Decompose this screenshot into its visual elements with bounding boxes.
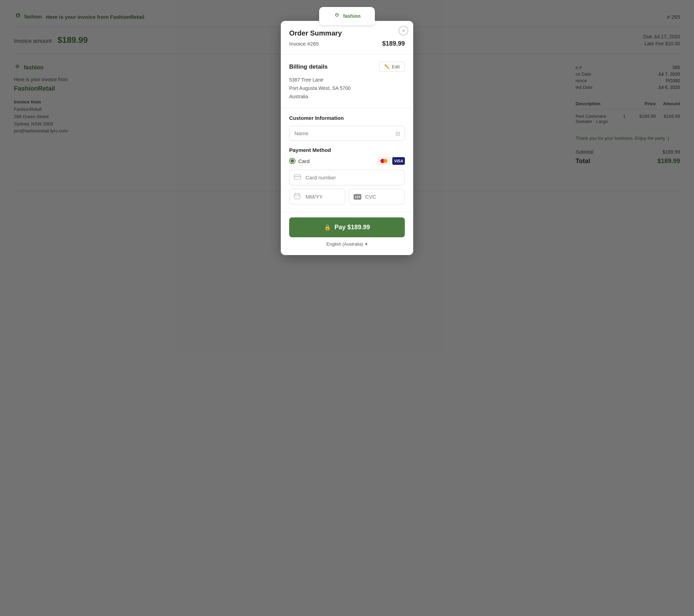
modal-logo-text: fashion xyxy=(343,13,361,19)
mastercard-logo xyxy=(378,157,390,165)
billing-address: 5387 Tree Lane Port Augusta West, SA 570… xyxy=(289,76,405,101)
calendar-svg-icon xyxy=(294,193,300,199)
svg-rect-8 xyxy=(294,194,300,199)
pay-button-label: Pay $189.99 xyxy=(334,224,370,231)
cvc-icon: 123 xyxy=(354,194,361,200)
modal-stack: fashion × Order Summary Invoice #265 $18… xyxy=(281,7,413,255)
chevron-down-icon: ▾ xyxy=(365,241,368,247)
billing-section: Billing details ✏️ Edit 5387 Tree Lane P… xyxy=(281,55,413,108)
edit-label: Edit xyxy=(392,64,400,69)
payment-method-label: Payment Method xyxy=(289,147,405,153)
billing-address-line2: Port Augusta West, SA 5700 xyxy=(289,84,405,93)
cvc-wrapper: 123 xyxy=(349,189,405,205)
calendar-icon xyxy=(294,193,300,201)
card-number-input[interactable] xyxy=(289,170,405,185)
card-logos: VISA xyxy=(378,157,405,165)
order-summary-row: Invoice #265 $189.99 xyxy=(289,40,405,47)
billing-title: Billing details xyxy=(289,63,328,70)
customer-section: Customer Information ⊟ Payment Method Ca… xyxy=(281,108,413,212)
payment-option-row: Card xyxy=(289,157,405,165)
modal-language-label: English (Australia) xyxy=(326,241,363,247)
card-row-inputs: 123 xyxy=(289,189,405,205)
main-modal: × Order Summary Invoice #265 $189.99 Bil… xyxy=(281,21,413,255)
visa-logo: VISA xyxy=(392,157,405,165)
lock-icon: 🔒 xyxy=(324,224,331,231)
modal-logo: fashion xyxy=(333,13,361,20)
id-card-icon: ⊟ xyxy=(395,130,400,137)
svg-rect-7 xyxy=(294,176,301,177)
card-payment-label: Card xyxy=(298,158,310,164)
credit-card-icon xyxy=(294,175,301,179)
card-number-wrapper xyxy=(289,170,405,185)
modal-logo-icon xyxy=(333,13,340,20)
pay-section: 🔒 Pay $189.99 English (Australia) ▾ xyxy=(281,212,413,255)
close-icon: × xyxy=(402,28,405,33)
modal-logo-card: fashion xyxy=(319,7,375,25)
order-summary-amount: $189.99 xyxy=(382,40,405,47)
pay-button[interactable]: 🔒 Pay $189.99 xyxy=(289,217,405,237)
billing-address-line1: 5387 Tree Lane xyxy=(289,76,405,84)
close-button[interactable]: × xyxy=(399,26,408,36)
order-invoice-label: Invoice #265 xyxy=(289,41,319,47)
name-input[interactable] xyxy=(289,126,405,141)
billing-header: Billing details ✏️ Edit xyxy=(289,62,405,72)
order-summary-section: Order Summary Invoice #265 $189.99 xyxy=(281,21,413,55)
mastercard-icon xyxy=(378,157,390,165)
radio-dot-inner xyxy=(291,159,294,163)
billing-address-line3: Australia xyxy=(289,93,405,101)
customer-info-title: Customer Information xyxy=(289,115,405,121)
payment-option-left[interactable]: Card xyxy=(289,158,310,164)
pencil-icon: ✏️ xyxy=(384,64,390,69)
edit-button[interactable]: ✏️ Edit xyxy=(379,62,405,72)
order-summary-title: Order Summary xyxy=(289,29,405,37)
modal-overlay: fashion × Order Summary Invoice #265 $18… xyxy=(0,0,694,616)
mm-yy-wrapper xyxy=(289,189,345,205)
card-radio-button[interactable] xyxy=(289,158,295,164)
modal-language-row: English (Australia) ▾ xyxy=(289,237,405,248)
visa-text: VISA xyxy=(394,159,403,163)
card-number-icon xyxy=(294,175,301,181)
name-field-wrapper: ⊟ xyxy=(289,126,405,141)
